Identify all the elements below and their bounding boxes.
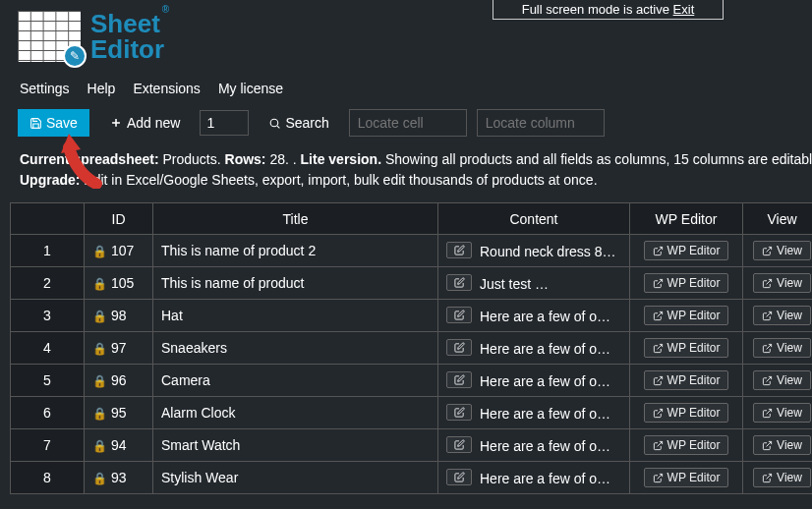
edit-content-button[interactable] bbox=[446, 371, 472, 388]
svg-line-14 bbox=[657, 441, 662, 446]
table-row: 7🔒94Smart WatchHere are a few of our … W… bbox=[11, 429, 813, 462]
lock-icon: 🔒 bbox=[92, 342, 107, 356]
wp-editor-button[interactable]: WP Editor bbox=[644, 338, 729, 358]
info-rows-label: Rows: bbox=[225, 151, 266, 167]
view-button[interactable]: View bbox=[753, 241, 811, 260]
locate-cell-input[interactable] bbox=[349, 109, 467, 137]
cell-title[interactable]: Smart Watch bbox=[153, 429, 438, 462]
row-number: 6 bbox=[11, 397, 85, 429]
cell-content[interactable]: Here are a few of our … bbox=[438, 300, 630, 332]
cell-content[interactable]: Here are a few of our … bbox=[438, 365, 630, 397]
cell-content[interactable]: Round neck dress 85c… bbox=[438, 235, 630, 267]
view-button[interactable]: View bbox=[753, 273, 811, 293]
menu-extensions[interactable]: Extensions bbox=[133, 81, 200, 96]
wp-editor-button[interactable]: WP Editor bbox=[644, 241, 729, 260]
add-count-input[interactable] bbox=[200, 110, 249, 136]
cell-title[interactable]: Alarm Clock bbox=[153, 397, 438, 429]
content-text: Here are a few of our … bbox=[480, 341, 617, 357]
cell-id[interactable]: 🔒105 bbox=[85, 267, 153, 300]
table-row: 2🔒105This is name of productJust test … … bbox=[11, 267, 813, 300]
view-button[interactable]: View bbox=[753, 468, 811, 487]
cell-content[interactable]: Here are a few of our … bbox=[438, 462, 630, 494]
cell-content[interactable]: Here are a few of our … bbox=[438, 332, 630, 365]
search-button[interactable]: Search bbox=[259, 109, 338, 137]
menu-settings[interactable]: Settings bbox=[20, 81, 70, 96]
edit-content-button[interactable] bbox=[446, 469, 472, 485]
cell-title[interactable]: Stylish Wear bbox=[153, 462, 438, 494]
content-text: Just test … bbox=[480, 276, 549, 292]
cell-view: View bbox=[743, 462, 813, 494]
content-text: Here are a few of our … bbox=[480, 406, 617, 422]
cell-view: View bbox=[743, 365, 813, 397]
edit-content-button[interactable] bbox=[446, 307, 472, 323]
cell-id[interactable]: 🔒98 bbox=[85, 300, 153, 332]
cell-id[interactable]: 🔒95 bbox=[85, 397, 153, 429]
wp-editor-button[interactable]: WP Editor bbox=[644, 468, 729, 487]
edit-content-button[interactable] bbox=[446, 404, 472, 421]
cell-id[interactable]: 🔒107 bbox=[85, 235, 153, 267]
fullscreen-msg: Full screen mode is active bbox=[522, 2, 669, 17]
view-button[interactable]: View bbox=[753, 435, 811, 455]
lock-icon: 🔒 bbox=[92, 407, 107, 421]
wp-editor-button[interactable]: WP Editor bbox=[644, 273, 729, 293]
view-button[interactable]: View bbox=[753, 306, 811, 325]
wp-editor-button[interactable]: WP Editor bbox=[644, 435, 729, 455]
table-row: 6🔒95Alarm ClockHere are a few of our … W… bbox=[11, 397, 813, 429]
edit-content-button[interactable] bbox=[446, 436, 472, 453]
cell-wp-editor: WP Editor bbox=[630, 235, 743, 267]
cell-wp-editor: WP Editor bbox=[630, 300, 743, 332]
wp-editor-button[interactable]: WP Editor bbox=[644, 403, 729, 423]
svg-line-12 bbox=[657, 409, 662, 414]
table-row: 8🔒93Stylish WearHere are a few of our … … bbox=[11, 462, 813, 494]
cell-id[interactable]: 🔒97 bbox=[85, 332, 153, 365]
header-title[interactable]: Title bbox=[153, 203, 438, 235]
row-number: 1 bbox=[11, 235, 85, 267]
header-view[interactable]: View bbox=[743, 203, 813, 235]
svg-point-0 bbox=[271, 119, 279, 127]
save-icon bbox=[29, 117, 42, 130]
cell-id[interactable]: 🔒94 bbox=[85, 429, 153, 462]
menu-license[interactable]: My license bbox=[218, 81, 283, 96]
header-row: ID Title Content WP Editor View bbox=[11, 203, 813, 235]
cell-view: View bbox=[743, 429, 813, 462]
header-id[interactable]: ID bbox=[85, 203, 153, 235]
cell-id[interactable]: 🔒96 bbox=[85, 365, 153, 397]
row-number: 8 bbox=[11, 462, 85, 494]
fullscreen-exit-link[interactable]: Exit bbox=[673, 2, 695, 17]
view-button[interactable]: View bbox=[753, 370, 811, 390]
cell-id[interactable]: 🔒93 bbox=[85, 462, 153, 494]
cell-content[interactable]: Here are a few of our … bbox=[438, 397, 630, 429]
cell-content[interactable]: Just test … bbox=[438, 267, 630, 300]
header-wp-editor[interactable]: WP Editor bbox=[630, 203, 743, 235]
add-new-button[interactable]: ＋ Add new bbox=[99, 108, 190, 138]
view-button[interactable]: View bbox=[753, 403, 811, 423]
cell-title[interactable]: Camera bbox=[153, 365, 438, 397]
lock-icon: 🔒 bbox=[92, 245, 107, 258]
save-button[interactable]: Save bbox=[18, 109, 89, 137]
cell-wp-editor: WP Editor bbox=[630, 267, 743, 300]
edit-content-button[interactable] bbox=[446, 242, 472, 258]
cell-title[interactable]: Hat bbox=[153, 300, 438, 332]
edit-content-button[interactable] bbox=[446, 339, 472, 356]
svg-line-3 bbox=[767, 247, 772, 252]
edit-content-button[interactable] bbox=[446, 274, 472, 291]
header-content[interactable]: Content bbox=[438, 203, 630, 235]
cell-content[interactable]: Here are a few of our … bbox=[438, 429, 630, 462]
cell-title[interactable]: This is name of product 2 bbox=[153, 235, 438, 267]
svg-line-2 bbox=[657, 247, 662, 252]
info-lite: Lite version. bbox=[301, 151, 381, 167]
view-button[interactable]: View bbox=[753, 338, 811, 358]
wp-editor-button[interactable]: WP Editor bbox=[644, 306, 729, 325]
wp-editor-button[interactable]: WP Editor bbox=[644, 370, 729, 390]
svg-line-1 bbox=[277, 126, 279, 128]
content-text: Here are a few of our … bbox=[480, 471, 617, 486]
menu-help[interactable]: Help bbox=[87, 81, 116, 96]
info-upgrade-label: Upgrade: bbox=[20, 172, 80, 188]
cell-title[interactable]: This is name of product bbox=[153, 267, 438, 300]
search-label: Search bbox=[285, 115, 328, 131]
cell-title[interactable]: Snaeakers bbox=[153, 332, 438, 365]
cell-wp-editor: WP Editor bbox=[630, 429, 743, 462]
cell-wp-editor: WP Editor bbox=[630, 365, 743, 397]
svg-line-13 bbox=[767, 409, 772, 414]
locate-column-input[interactable] bbox=[477, 109, 605, 137]
